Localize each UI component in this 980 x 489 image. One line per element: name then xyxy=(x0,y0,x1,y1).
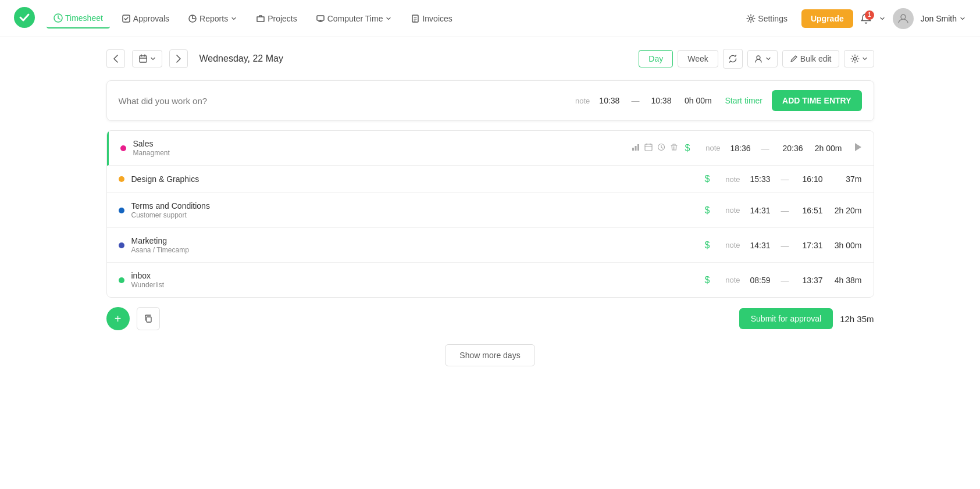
entry-sub: Managment xyxy=(133,149,625,157)
svg-rect-12 xyxy=(635,146,636,151)
entry-end-time[interactable]: 16:10 xyxy=(800,174,823,184)
next-day-button[interactable] xyxy=(169,49,188,68)
reports-icon xyxy=(188,14,197,23)
navbar: Timesheet Approvals Reports Projects Com… xyxy=(0,0,980,37)
nav-projects[interactable]: Projects xyxy=(249,9,304,28)
delete-icon[interactable] xyxy=(670,143,678,153)
svg-point-10 xyxy=(853,58,856,60)
entry-note: note xyxy=(717,276,740,284)
table-row: Design & Graphics $ note 15:33 — 16:10 3… xyxy=(107,166,874,193)
history-icon[interactable] xyxy=(657,143,665,153)
day-view-button[interactable]: Day xyxy=(639,50,673,67)
nav-reports[interactable]: Reports xyxy=(181,9,244,28)
refresh-icon xyxy=(728,54,737,63)
entry-note: note xyxy=(717,206,740,215)
projects-icon xyxy=(256,14,265,23)
svg-rect-14 xyxy=(645,144,652,151)
nav-approvals[interactable]: Approvals xyxy=(115,9,176,28)
svg-rect-8 xyxy=(140,56,147,62)
settings-icon xyxy=(746,14,756,23)
user-chevron-icon xyxy=(959,15,966,22)
user-name[interactable]: Jon Smith xyxy=(921,14,966,23)
billing-icon[interactable]: $ xyxy=(705,174,710,184)
view-settings-button[interactable] xyxy=(844,50,874,67)
chevron-left-icon xyxy=(113,55,118,63)
entry-color-dot xyxy=(119,208,124,213)
work-description-input[interactable] xyxy=(119,96,566,106)
show-more-container: Show more days xyxy=(106,344,874,366)
entry-start-time[interactable]: 15:33 xyxy=(747,174,771,184)
entry-name: Design & Graphics xyxy=(131,174,698,184)
entry-color-dot xyxy=(120,145,126,151)
svg-rect-16 xyxy=(147,317,151,322)
stats-icon[interactable] xyxy=(632,143,640,153)
entry-end-time[interactable]: 13:37 xyxy=(800,276,823,285)
refresh-button[interactable] xyxy=(723,49,743,69)
upgrade-button[interactable]: Upgrade xyxy=(801,9,853,28)
entry-color-dot xyxy=(119,176,124,182)
svg-point-6 xyxy=(750,17,753,20)
entry-note: note xyxy=(717,241,740,249)
billing-icon[interactable]: $ xyxy=(705,275,710,285)
svg-rect-4 xyxy=(317,16,324,20)
svg-point-9 xyxy=(757,56,760,59)
notification-bell[interactable]: 1 xyxy=(860,13,872,24)
nav-timesheet[interactable]: Timesheet xyxy=(47,9,110,28)
entry-note: note xyxy=(697,144,721,152)
invoices-icon xyxy=(411,14,420,23)
copy-button[interactable] xyxy=(137,307,160,330)
entry-name: Marketing xyxy=(131,236,698,245)
entry-duration: 3h 00m xyxy=(830,241,862,250)
nav-computer-time[interactable]: Computer Time xyxy=(309,9,400,28)
calendar-picker[interactable] xyxy=(132,50,162,67)
prev-day-button[interactable] xyxy=(106,49,125,68)
entry-end-time[interactable]: 20:36 xyxy=(780,144,803,153)
table-row: Marketing Asana / Timecamp $ note 14:31 … xyxy=(107,228,874,263)
nav-invoices[interactable]: Invoices xyxy=(404,9,459,28)
gear-icon xyxy=(850,54,860,63)
approvals-icon xyxy=(122,14,131,23)
entry-info: Marketing Asana / Timecamp xyxy=(131,236,698,254)
copy-icon xyxy=(144,314,153,323)
billing-icon[interactable]: $ xyxy=(685,143,690,154)
show-more-button[interactable]: Show more days xyxy=(445,344,534,366)
svg-point-0 xyxy=(14,7,35,28)
add-time-entry-button[interactable]: ADD TIME ENTRY xyxy=(772,90,861,111)
entry-end-time[interactable]: 17:31 xyxy=(800,241,823,250)
date-display: Wednesday, 22 May xyxy=(199,53,283,64)
computer-time-icon xyxy=(316,14,325,23)
entry-info: Terms and Conditions Customer support xyxy=(131,201,698,219)
billing-icon[interactable]: $ xyxy=(705,240,710,251)
add-entry-round-button[interactable]: + xyxy=(106,307,130,330)
notification-count: 1 xyxy=(865,10,874,20)
entry-action-icons xyxy=(632,143,678,153)
entry-info: Design & Graphics xyxy=(131,174,698,184)
calendar-icon xyxy=(138,54,148,63)
calendar-entry-icon[interactable] xyxy=(644,143,653,153)
entries-list: Sales Managment xyxy=(106,130,874,298)
start-timer-button[interactable]: Start timer xyxy=(725,96,762,105)
play-button[interactable] xyxy=(854,142,862,154)
entry-start-time[interactable]: 14:31 xyxy=(747,206,771,215)
billing-icon[interactable]: $ xyxy=(705,205,710,216)
user-filter[interactable] xyxy=(747,50,778,67)
end-time-input[interactable]: 10:38 xyxy=(651,96,671,105)
time-separator: — xyxy=(631,96,639,105)
entry-duration: 37m xyxy=(830,174,862,184)
submit-approval-button[interactable]: Submit for approval xyxy=(739,308,833,329)
entry-info: inbox Wunderlist xyxy=(131,271,698,289)
entry-name: Terms and Conditions xyxy=(131,201,698,210)
entry-start-time[interactable]: 14:31 xyxy=(747,241,771,250)
entry-end-time[interactable]: 16:51 xyxy=(800,206,823,215)
entry-start-time[interactable]: 18:36 xyxy=(728,144,751,153)
date-toolbar: Wednesday, 22 May Day Week xyxy=(106,49,874,69)
timesheet-icon xyxy=(54,13,63,23)
entry-duration: 2h 20m xyxy=(830,206,862,215)
week-view-button[interactable]: Week xyxy=(678,50,718,67)
view-settings-chevron-icon xyxy=(862,56,868,62)
table-row: inbox Wunderlist $ note 08:59 — 13:37 4h… xyxy=(107,263,874,297)
bulk-edit-button[interactable]: Bulk edit xyxy=(782,50,839,67)
nav-settings[interactable]: Settings xyxy=(739,9,794,28)
start-time-input[interactable]: 10:38 xyxy=(599,96,619,105)
entry-start-time[interactable]: 08:59 xyxy=(747,276,771,285)
